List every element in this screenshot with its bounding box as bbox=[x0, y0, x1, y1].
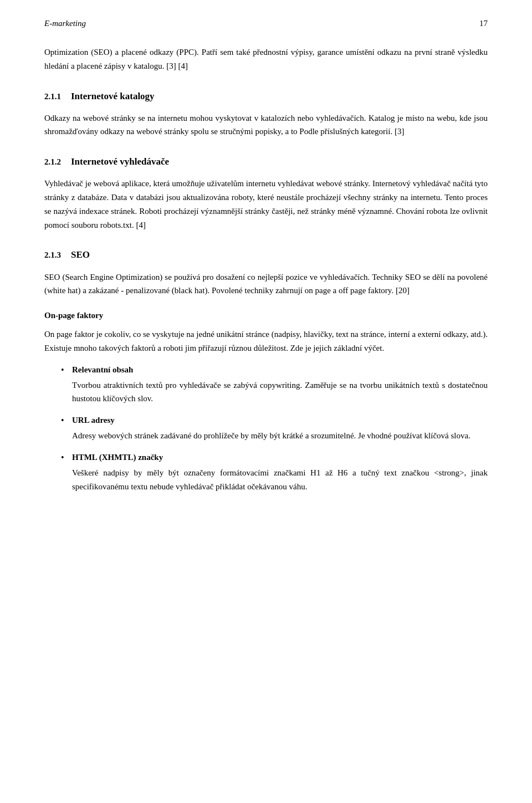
bullet-text-url: Adresy webových stránek zadávané do proh… bbox=[72, 429, 488, 443]
page-container: E-marketing 17 Optimization (SEO) a plac… bbox=[0, 0, 532, 803]
section-2-1-2-heading: 2.1.2 Internetové vyhledávače bbox=[44, 154, 488, 169]
bullet-label-relevantni: Relevantní obsah bbox=[72, 363, 488, 376]
section-2-1-3-number: 2.1.3 bbox=[44, 248, 61, 262]
bullet-text-relevantni: Tvorbou atraktivních textů pro vyhledáva… bbox=[72, 379, 488, 406]
bullet-label-url: URL adresy bbox=[72, 413, 488, 427]
section-2-1-2-title: Internetové vyhledávače bbox=[71, 154, 169, 169]
page-header: E-marketing 17 bbox=[44, 17, 488, 30]
onpage-bullet-list: Relevantní obsah Tvorbou atraktivních te… bbox=[61, 363, 488, 494]
header-title: E-marketing bbox=[44, 17, 86, 30]
bullet-text-html: Veškeré nadpisy by měly být označeny for… bbox=[72, 466, 488, 494]
section-2-1-3-title: SEO bbox=[71, 247, 90, 262]
section-2-1-2-number: 2.1.2 bbox=[44, 155, 61, 168]
section-2-1-1-title: Internetové katalogy bbox=[71, 89, 155, 104]
list-item-url-adresy: URL adresy Adresy webových stránek zadáv… bbox=[61, 413, 488, 443]
intro-paragraph: Optimization (SEO) a placené odkazy (PPC… bbox=[44, 45, 488, 73]
header-page-number: 17 bbox=[479, 17, 488, 30]
section-2-1-1-heading: 2.1.1 Internetové katalogy bbox=[44, 89, 488, 104]
section-2-1-2-text: Vyhledávač je webová aplikace, která umo… bbox=[44, 177, 488, 232]
list-item-relevantni-obsah: Relevantní obsah Tvorbou atraktivních te… bbox=[61, 363, 488, 406]
list-item-html-znacky: HTML (XHMTL) značky Veškeré nadpisy by m… bbox=[61, 451, 488, 494]
section-2-1-3-text: SEO (Search Engine Optimization) se použ… bbox=[44, 270, 488, 298]
bullet-label-html: HTML (XHMTL) značky bbox=[72, 451, 488, 464]
section-2-1-1-text: Odkazy na webové stránky se na internetu… bbox=[44, 111, 488, 139]
section-2-1-1-number: 2.1.1 bbox=[44, 90, 61, 103]
onpage-subsection-heading: On-page faktory bbox=[44, 309, 488, 322]
onpage-intro-text: On page faktor je cokoliv, co se vyskytu… bbox=[44, 328, 488, 355]
section-2-1-3-heading: 2.1.3 SEO bbox=[44, 247, 488, 262]
